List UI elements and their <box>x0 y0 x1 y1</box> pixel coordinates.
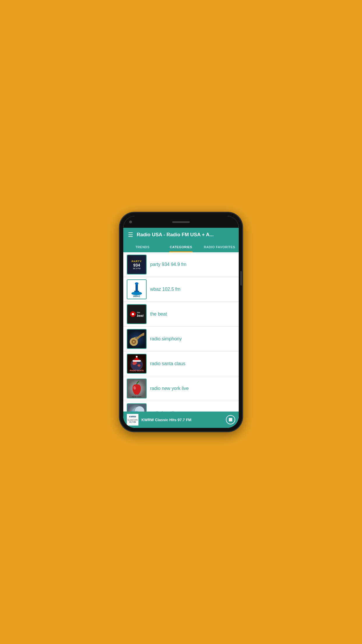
list-item[interactable]: radio simphony <box>123 327 239 351</box>
app-title: Radio USA - Radio FM USA + A... <box>137 232 234 238</box>
list-item[interactable]: PARTY 934 94.9 FM party 934 94.9 fm <box>123 252 239 277</box>
app-container: ☰ Radio USA - Radio FM USA + A... TRENDS… <box>123 228 239 428</box>
radio-name: radio santa claus <box>150 361 185 366</box>
radio-name: radio new york live <box>150 386 189 391</box>
svg-point-3 <box>135 282 138 285</box>
app-header: ☰ Radio USA - Radio FM USA + A... <box>123 228 239 242</box>
speaker-bar <box>172 221 190 223</box>
list-item[interactable]: WBAZ wbaz 102.5 fm <box>123 277 239 302</box>
tab-radio-favorites[interactable]: RADIO FAVORITES <box>200 242 239 252</box>
svg-text:WBAZ: WBAZ <box>133 295 140 298</box>
phone-screen: ☰ Radio USA - Radio FM USA + A... TRENDS… <box>123 216 239 428</box>
radio-name: wbaz 102.5 fm <box>150 287 180 292</box>
svg-point-17 <box>136 356 138 358</box>
svg-text:NEW YORK: NEW YORK <box>132 396 142 398</box>
menu-icon[interactable]: ☰ <box>128 231 133 238</box>
now-playing-logo: KWRW CLASSIC HITS 97.7 FM <box>127 414 138 426</box>
svg-text:CLASSIC HITS: CLASSIC HITS <box>128 419 138 421</box>
svg-text:97.7 FM: 97.7 FM <box>129 421 136 423</box>
volume-button[interactable] <box>240 271 242 286</box>
radio-logo-ny: NEW YORK <box>127 379 147 398</box>
radio-logo-love <box>127 403 147 412</box>
radio-name: radio simphony <box>150 336 182 342</box>
list-item[interactable]: radio love live <box>123 401 239 412</box>
list-item[interactable]: NEW YORK radio new york live <box>123 376 239 401</box>
svg-rect-16 <box>133 360 141 362</box>
radio-logo-simphony <box>127 329 147 349</box>
svg-text:KWRW: KWRW <box>129 416 136 418</box>
tab-bar: TRENDS CATEGORIES RADIO FAVORITES <box>123 242 239 252</box>
stop-icon <box>229 418 232 421</box>
radio-name: party 934 94.9 fm <box>150 262 187 267</box>
now-playing-bar[interactable]: KWRW CLASSIC HITS 97.7 FM KWRW Classic H… <box>123 412 239 428</box>
tab-categories[interactable]: CATEGORIES <box>162 242 200 252</box>
tab-trends[interactable]: TRENDS <box>123 242 162 252</box>
radio-logo-party934: PARTY 934 94.9 FM <box>127 255 147 274</box>
svg-text:RADIO SANTA: RADIO SANTA <box>130 370 144 372</box>
status-bar <box>123 216 239 228</box>
radio-logo-beat: the beat <box>127 304 147 324</box>
now-playing-title: KWRW Classic Hits 97.7 FM <box>141 418 223 422</box>
status-right <box>230 220 233 223</box>
list-item[interactable]: RADIO SANTA radio santa claus <box>123 351 239 376</box>
camera-dot <box>129 220 132 223</box>
radio-name: the beat <box>150 312 167 317</box>
radio-logo-santa: RADIO SANTA <box>127 354 147 374</box>
phone-frame: ☰ Radio USA - Radio FM USA + A... TRENDS… <box>120 213 242 431</box>
list-item[interactable]: the beat the beat <box>123 302 239 327</box>
svg-point-9 <box>133 341 135 343</box>
radio-list: PARTY 934 94.9 FM party 934 94.9 fm <box>123 252 239 412</box>
radio-logo-wbaz: WBAZ <box>127 279 147 299</box>
stop-button[interactable] <box>226 415 235 424</box>
